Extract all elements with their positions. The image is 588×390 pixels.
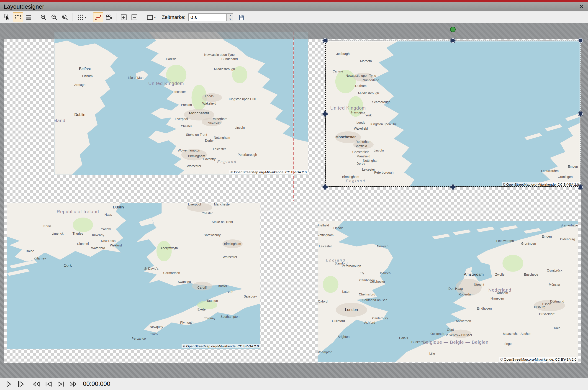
map-place-label: Derby: [356, 162, 365, 165]
map-place-label: Kingston upon Hull: [370, 122, 397, 126]
map-place-label: St David's: [144, 267, 158, 270]
map-place-label: Oostende: [430, 332, 444, 336]
go-to-start-button[interactable]: [43, 379, 54, 389]
map-2-labels: United KingdomJedburghMorpethCarlisleNew…: [325, 41, 581, 187]
layout-image-4[interactable]: SheffieldLincolnNottinghamLeicesterEngla…: [318, 221, 578, 362]
toolbar-separator: [72, 13, 72, 21]
map-place-label: Carlisle: [166, 57, 177, 61]
zoom-in-button[interactable]: [39, 12, 49, 22]
map-place-label: Carlow: [101, 227, 111, 231]
resize-handle-s[interactable]: [451, 185, 455, 190]
zoom-in-icon: [40, 14, 47, 21]
map-place-label: Lisburn: [82, 74, 93, 78]
marquee-tool-button[interactable]: [13, 12, 23, 22]
resize-handle-n[interactable]: [451, 38, 455, 43]
map-place-label: Düsseldorf: [539, 312, 554, 316]
map-place-label: Münster: [549, 283, 560, 286]
map-place-label: Scarborough: [372, 100, 391, 104]
osm-attribution: © OpenStreetMap.org-Mitwirkende, CC BY-S…: [229, 170, 308, 174]
resize-handle-sw[interactable]: [323, 185, 328, 190]
map-place-label: Leeuwarden: [541, 169, 559, 173]
map-place-label: Gent: [447, 328, 454, 332]
spinner-down-button[interactable]: ▼: [227, 17, 233, 21]
layout-image-1[interactable]: United KingdomRepublic of IrelandBelfast…: [54, 32, 308, 175]
layout-canvas[interactable]: United KingdomRepublic of IrelandBelfast…: [0, 23, 588, 378]
map-place-label: Bath: [227, 290, 233, 294]
map-place-label: Thurles: [72, 232, 83, 235]
map-place-label: Canterbury: [372, 316, 388, 320]
marquee-icon: [14, 14, 22, 21]
layers-tool-button[interactable]: [24, 12, 34, 22]
map-place-label: Maastricht: [503, 332, 518, 336]
grid-tool-button[interactable]: ▾: [75, 12, 88, 22]
map-place-label: Plymouth: [180, 321, 194, 324]
select-arrow-icon: [4, 14, 11, 21]
map-place-label: Lille: [429, 352, 435, 355]
osm-attribution: © OpenStreetMap.org-Mitwirkende, CC BY-S…: [499, 357, 578, 362]
map-place-label: Wakefield: [202, 101, 216, 105]
map-place-label: Stamford: [335, 261, 347, 265]
map-place-label: Emden: [542, 235, 552, 238]
resize-handle-nw[interactable]: [323, 38, 328, 43]
map-place-label: Rotherham: [356, 140, 371, 144]
zeitmarke-label: Zeitmarke:: [162, 14, 186, 20]
zeitmarke-input[interactable]: [188, 13, 227, 21]
resize-handle-se[interactable]: [578, 185, 583, 190]
map-place-label: Chelmsford: [359, 292, 375, 296]
map-place-label: Norwich: [377, 244, 389, 248]
resize-handle-w[interactable]: [323, 112, 328, 116]
titlebar: Layoutdesigner ✕: [0, 2, 588, 12]
go-to-end-button[interactable]: [55, 379, 66, 389]
rewind-button[interactable]: [31, 379, 42, 389]
add-keyframe-button[interactable]: [119, 12, 129, 22]
map-place-label: Ipswich: [380, 271, 391, 275]
zoom-out-button[interactable]: [49, 12, 59, 22]
map-place-label: Mansfield: [356, 154, 370, 158]
camera-icon: [105, 14, 112, 21]
play-button[interactable]: [3, 379, 14, 389]
zoom-fit-icon: [61, 14, 69, 21]
map-place-label: Arnhem: [497, 291, 508, 295]
map-place-label: Newquay: [150, 325, 163, 329]
layers-icon: [25, 14, 32, 21]
zeitmarke-spinner: ▲ ▼: [227, 13, 233, 21]
chevron-down-icon: ▾: [85, 15, 86, 19]
select-tool-button[interactable]: [2, 12, 12, 22]
close-icon[interactable]: ✕: [579, 2, 584, 11]
forward-button[interactable]: [68, 379, 78, 389]
map-place-label: Torquay: [204, 316, 215, 320]
layout-image-2-selected[interactable]: United KingdomJedburghMorpethCarlisleNew…: [325, 41, 581, 187]
play-from-timemark-button[interactable]: [15, 379, 26, 389]
map-place-label: Aberystwyth: [160, 246, 178, 250]
map-place-label: Lincoln: [235, 126, 245, 129]
map-place-label: Duisburg: [533, 305, 545, 309]
resize-handle-e[interactable]: [578, 112, 583, 116]
map-place-label: Armagh: [74, 83, 85, 87]
map-place-label: Rotherham: [211, 117, 227, 121]
layout-image-3[interactable]: Republic of IrelandDublinNaasCarlowKilke…: [7, 203, 260, 349]
map-place-label: Preston: [181, 103, 192, 107]
map-place-label: Truro: [150, 332, 158, 336]
map-place-label: Leeds: [356, 121, 365, 124]
map-place-label: Emden: [568, 165, 578, 168]
spinner-up-button[interactable]: ▲: [227, 14, 233, 18]
save-button[interactable]: [236, 12, 246, 22]
map-place-label: United Kingdom: [148, 81, 184, 86]
map-place-label: Newcastle upon Tyne: [345, 74, 376, 77]
zoom-fit-button[interactable]: [60, 12, 70, 22]
camera-tool-button[interactable]: [104, 12, 114, 22]
map-place-label: Isle of Man: [128, 76, 143, 80]
layout-options-button[interactable]: ▾: [144, 12, 158, 22]
curve-path-icon: [95, 14, 102, 21]
motion-path-tool-button[interactable]: [93, 12, 103, 22]
map-place-label: Amsterdam: [464, 272, 484, 277]
toolbar-separator: [36, 13, 36, 21]
resize-handle-ne[interactable]: [578, 38, 583, 43]
forward-double-icon: [69, 380, 77, 388]
rotation-handle[interactable]: [450, 27, 456, 32]
remove-keyframe-button[interactable]: [129, 12, 140, 22]
map-place-label: Birmingham: [224, 242, 241, 245]
map-place-label: Liverpool: [188, 203, 201, 206]
map-place-label: Bristol: [218, 284, 227, 288]
map-place-label: Stoke-on-Trent: [186, 133, 207, 137]
